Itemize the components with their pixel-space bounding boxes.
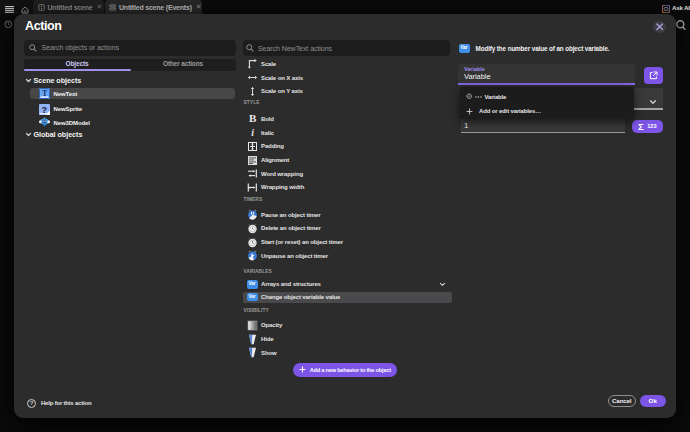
svg-text:T: T bbox=[42, 89, 47, 98]
svg-text:i: i bbox=[251, 127, 254, 138]
svg-text:?: ? bbox=[42, 104, 47, 114]
svg-text:B: B bbox=[248, 113, 256, 124]
